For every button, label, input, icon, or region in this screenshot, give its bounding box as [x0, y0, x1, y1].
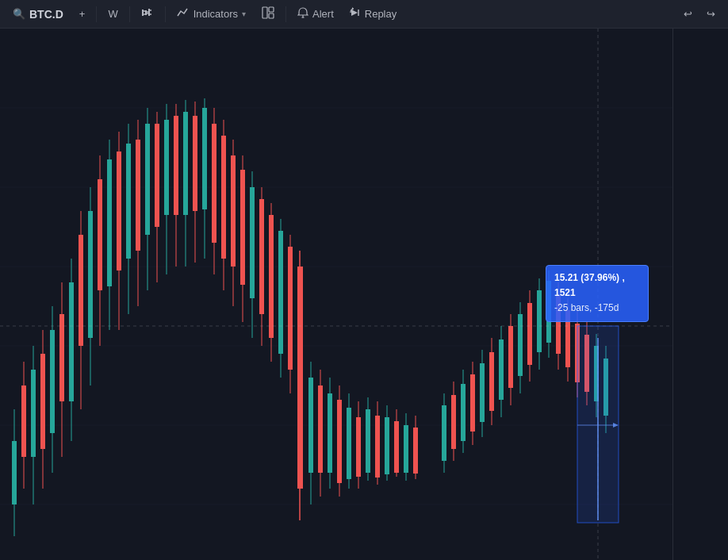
svg-rect-3: [145, 10, 147, 15]
svg-rect-0: [142, 10, 144, 16]
svg-rect-136: [565, 310, 570, 367]
svg-rect-44: [107, 159, 112, 286]
timeframe-label: W: [108, 8, 117, 20]
svg-rect-94: [347, 408, 351, 479]
chart-area[interactable]: 15.21 (37.96%) , 1521 -25 bars, -175d: [0, 29, 728, 560]
undo-redo-group: ↩ ↪: [677, 5, 722, 23]
replay-icon: [350, 7, 361, 21]
indicators-label: Indicators: [193, 8, 238, 20]
svg-rect-26: [21, 385, 26, 457]
alert-label: Alert: [312, 8, 334, 20]
redo-icon: ↪: [707, 8, 715, 20]
indicators-arrow: ▾: [242, 10, 246, 18]
svg-rect-96: [356, 417, 361, 477]
svg-rect-102: [385, 417, 389, 474]
svg-rect-6: [148, 9, 150, 16]
svg-rect-64: [202, 108, 207, 209]
alert-icon: [297, 7, 308, 21]
svg-rect-134: [556, 295, 561, 354]
svg-rect-88: [318, 385, 323, 473]
svg-rect-92: [337, 400, 342, 483]
svg-rect-36: [69, 282, 74, 401]
chart-type-icon: [141, 6, 154, 21]
add-button[interactable]: +: [73, 5, 92, 23]
svg-rect-46: [117, 152, 121, 270]
svg-rect-54: [155, 124, 159, 227]
add-icon: +: [79, 8, 86, 20]
svg-rect-56: [164, 120, 169, 215]
svg-rect-118: [480, 363, 485, 422]
indicators-icon: [177, 6, 190, 21]
svg-rect-100: [375, 416, 380, 478]
svg-rect-32: [50, 330, 55, 433]
search-icon: 🔍: [13, 8, 25, 20]
svg-rect-68: [221, 136, 226, 259]
svg-rect-62: [193, 116, 197, 211]
svg-rect-110: [442, 405, 446, 461]
svg-rect-80: [278, 231, 283, 354]
svg-rect-76: [259, 199, 264, 314]
svg-rect-132: [546, 281, 551, 343]
separator-1: [96, 6, 97, 22]
svg-rect-108: [413, 428, 418, 474]
timeframe-selector[interactable]: W: [102, 5, 124, 23]
svg-rect-104: [394, 421, 399, 473]
svg-rect-60: [183, 112, 188, 215]
svg-rect-24: [12, 441, 17, 504]
svg-rect-30: [40, 354, 45, 449]
svg-rect-82: [288, 247, 293, 370]
svg-rect-10: [269, 7, 274, 12]
svg-rect-126: [518, 314, 523, 376]
svg-rect-106: [404, 425, 408, 473]
svg-marker-15: [352, 7, 354, 10]
undo-icon: ↩: [684, 8, 692, 20]
svg-rect-128: [527, 303, 532, 365]
svg-rect-98: [366, 409, 370, 473]
svg-rect-50: [136, 140, 140, 251]
svg-rect-48: [126, 144, 131, 259]
candlestick-chart: [0, 29, 728, 560]
svg-rect-42: [98, 179, 102, 290]
svg-rect-34: [59, 314, 64, 401]
svg-rect-66: [212, 124, 216, 243]
svg-rect-58: [174, 116, 178, 215]
toolbar: 🔍 BTC.D + W: [0, 0, 728, 29]
symbol-label[interactable]: 🔍 BTC.D: [6, 5, 70, 24]
svg-rect-90: [328, 393, 332, 473]
layout-button[interactable]: [255, 3, 281, 25]
svg-rect-124: [508, 326, 513, 388]
indicators-button[interactable]: Indicators ▾: [171, 3, 252, 25]
svg-rect-70: [231, 155, 236, 267]
price-axis: [672, 29, 728, 560]
chart-type-button[interactable]: [135, 3, 160, 25]
svg-rect-130: [537, 290, 542, 352]
svg-rect-40: [88, 211, 93, 338]
svg-rect-28: [31, 370, 36, 457]
replay-label: Replay: [365, 8, 397, 20]
redo-button[interactable]: ↪: [700, 5, 722, 23]
svg-rect-78: [269, 215, 274, 338]
layout-icon: [262, 6, 274, 21]
svg-rect-114: [461, 384, 466, 441]
svg-rect-38: [79, 235, 83, 346]
svg-rect-72: [240, 170, 245, 285]
replay-button[interactable]: Replay: [343, 4, 403, 24]
svg-rect-120: [489, 352, 494, 411]
svg-rect-86: [308, 378, 313, 473]
svg-rect-11: [269, 13, 274, 18]
svg-rect-122: [499, 339, 504, 400]
svg-rect-84: [297, 267, 303, 489]
svg-rect-9: [262, 7, 267, 18]
symbol-text: BTC.D: [29, 8, 63, 21]
svg-rect-74: [250, 187, 255, 298]
undo-button[interactable]: ↩: [677, 5, 699, 23]
separator-4: [285, 6, 286, 22]
svg-rect-112: [451, 395, 456, 449]
svg-rect-52: [145, 124, 150, 235]
separator-2: [129, 6, 130, 22]
separator-3: [165, 6, 166, 22]
svg-rect-116: [470, 374, 475, 432]
alert-button[interactable]: Alert: [291, 4, 340, 24]
